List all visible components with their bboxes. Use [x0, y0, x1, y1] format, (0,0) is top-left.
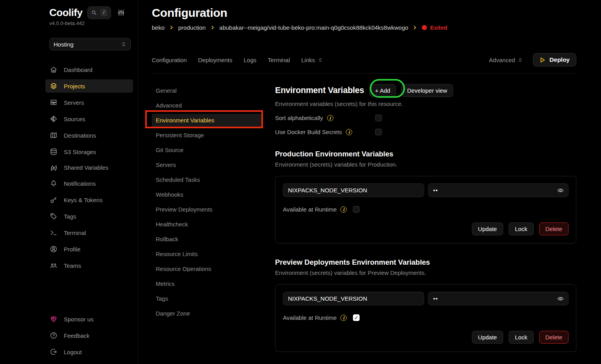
panel-subtitle: Environment variables (secrets) for this…: [275, 100, 576, 107]
layers-icon: [49, 82, 58, 90]
available-at-runtime-label: Available at Runtime: [283, 314, 336, 321]
app-version: v4.0.0-beta.442: [49, 20, 133, 26]
sidebar-item-label: Destinations: [64, 132, 96, 139]
option-label: Sort alphabetically: [275, 115, 375, 121]
info-icon: [340, 315, 347, 321]
update-button[interactable]: Update: [472, 331, 503, 344]
tab-configuration[interactable]: Configuration: [152, 57, 187, 63]
sidebar-item-logout[interactable]: Logout: [45, 345, 133, 359]
subnav-item-webhooks[interactable]: Webhooks: [152, 188, 263, 201]
subnav-item-tags[interactable]: Tags: [152, 292, 263, 305]
bell-icon: [49, 179, 58, 187]
content-body: General Advanced Environment Variables P…: [152, 74, 576, 364]
sidebar-item-shared-variables[interactable]: Shared Variables: [45, 161, 133, 174]
lock-button[interactable]: Lock: [509, 222, 534, 235]
subnav-item-resource-operations[interactable]: Resource Operations: [152, 262, 263, 275]
subnav-item-rollback[interactable]: Rollback: [152, 233, 263, 246]
search-button[interactable]: /: [87, 6, 112, 19]
git-icon: [49, 115, 58, 123]
tab-deployments[interactable]: Deployments: [198, 57, 232, 63]
sliders-icon: [117, 9, 125, 16]
sidebar-item-terminal[interactable]: Terminal: [45, 226, 133, 239]
tab-terminal[interactable]: Terminal: [268, 57, 290, 63]
tab-links-label: Links: [301, 57, 315, 63]
chevron-updown-icon: [318, 57, 323, 63]
users-icon: [49, 262, 58, 269]
settings-sliders-button[interactable]: [117, 9, 125, 16]
subnav-item-preview-deployments[interactable]: Preview Deployments: [152, 203, 263, 216]
subnav-item-metrics[interactable]: Metrics: [152, 277, 263, 290]
production-variable-card: Available at Runtime Update Lock Delete: [275, 176, 576, 244]
delete-button[interactable]: Delete: [539, 222, 569, 235]
chevron-updown-icon: [518, 57, 523, 63]
subnav-item-healthcheck[interactable]: Healthcheck: [152, 218, 263, 231]
info-icon: [327, 115, 333, 121]
env-value-wrap: [428, 292, 569, 305]
sidebar-item-keys-tokens[interactable]: Keys & Tokens: [45, 193, 133, 206]
available-at-runtime-checkbox[interactable]: [353, 206, 360, 213]
delete-button[interactable]: Delete: [539, 331, 569, 344]
sidebar-item-notifications[interactable]: Notifications: [45, 177, 133, 190]
env-key-input[interactable]: [283, 292, 424, 305]
sidebar-item-s3-storages[interactable]: S3 Storages: [45, 145, 133, 158]
subnav-item-persistent-storage[interactable]: Persistent Storage: [152, 129, 263, 142]
sort-alphabetically-label: Sort alphabetically: [275, 115, 323, 121]
environment-variables-panel: Environment Variables + Add Developer vi…: [275, 84, 576, 364]
reveal-value-button[interactable]: [557, 295, 564, 302]
subnav-item-scheduled-tasks[interactable]: Scheduled Tasks: [152, 173, 263, 186]
app-root: Coolify / v4.0.0-beta.442 Hosting Dashbo…: [0, 0, 601, 364]
add-variable-button[interactable]: + Add: [369, 84, 396, 97]
sidebar-item-servers[interactable]: Servers: [45, 96, 133, 109]
info-icon: [340, 206, 347, 213]
developer-view-button[interactable]: Developer view: [401, 84, 453, 97]
advanced-dropdown-label: Advanced: [489, 57, 515, 63]
env-value-input[interactable]: [428, 292, 569, 305]
app-logo: Coolify: [49, 7, 83, 19]
tab-logs[interactable]: Logs: [244, 57, 257, 63]
sidebar-item-projects[interactable]: Projects: [45, 79, 133, 93]
breadcrumb-resource[interactable]: abubakar--meigag/vid-tube-beko-pro:main-…: [220, 24, 408, 31]
logo-row: Coolify /: [49, 6, 133, 19]
sidebar-item-destinations[interactable]: Destinations: [45, 129, 133, 142]
team-select[interactable]: Hosting: [49, 38, 131, 50]
sidebar-item-label: Tags: [64, 213, 76, 220]
advanced-dropdown[interactable]: Advanced: [489, 57, 523, 63]
docker-build-secrets-checkbox[interactable]: [375, 129, 382, 135]
sidebar-item-tags[interactable]: Tags: [45, 210, 133, 223]
breadcrumb-team[interactable]: beko: [152, 24, 165, 31]
panel-title: Environment Variables: [275, 86, 364, 95]
subnav-item-git-source[interactable]: Git Source: [152, 143, 263, 156]
sidebar-item-label: Projects: [64, 83, 85, 90]
sidebar-item-label: Teams: [64, 262, 81, 269]
subnav-item-advanced[interactable]: Advanced: [152, 99, 263, 112]
status-dot-icon: [422, 25, 427, 30]
subnav-item-servers[interactable]: Servers: [152, 158, 263, 171]
tab-links[interactable]: Links: [301, 57, 323, 63]
sidebar-item-feedback[interactable]: Feedback: [45, 329, 133, 342]
sidebar-item-label: Feedback: [64, 332, 90, 339]
docker-build-secrets-row: Use Docker Build Secrets: [275, 129, 576, 135]
sidebar-item-sponsor-us[interactable]: Sponsor us: [45, 312, 133, 326]
sidebar-item-dashboard[interactable]: Dashboard: [45, 63, 133, 76]
sidebar: Coolify / v4.0.0-beta.442 Hosting Dashbo…: [0, 0, 138, 364]
deploy-button-label: Deploy: [549, 56, 570, 63]
breadcrumb-environment[interactable]: production: [178, 24, 206, 31]
update-button[interactable]: Update: [472, 222, 503, 235]
subnav-item-resource-limits[interactable]: Resource Limits: [152, 247, 263, 260]
sidebar-item-teams[interactable]: Teams: [45, 259, 133, 272]
subnav-item-danger-zone[interactable]: Danger Zone: [152, 307, 263, 320]
map-icon: [49, 131, 58, 139]
subnav-item-general[interactable]: General: [152, 84, 263, 97]
env-key-input[interactable]: [283, 183, 424, 197]
env-value-input[interactable]: [428, 183, 569, 197]
user-icon: [49, 245, 58, 253]
sidebar-item-profile[interactable]: Profile: [45, 242, 133, 256]
subnav-item-environment-variables[interactable]: Environment Variables: [152, 114, 263, 127]
sidebar-item-sources[interactable]: Sources: [45, 112, 133, 126]
reveal-value-button[interactable]: [557, 186, 564, 194]
chevron-right-icon: [412, 25, 417, 30]
lock-button[interactable]: Lock: [509, 331, 534, 344]
available-at-runtime-checkbox[interactable]: [353, 314, 360, 321]
sort-alphabetically-checkbox[interactable]: [375, 115, 382, 121]
deploy-button[interactable]: Deploy: [533, 53, 576, 66]
